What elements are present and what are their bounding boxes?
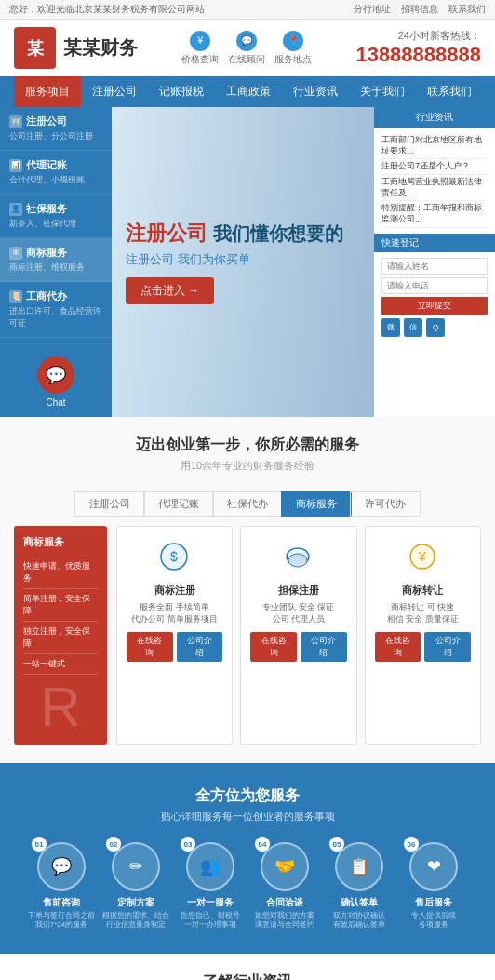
side-panel-news-title: 行业资讯 — [374, 107, 495, 128]
tm-transfer-consult-btn[interactable]: 在线咨询 — [375, 632, 421, 662]
full-service-subtitle: 贴心详细服务每一位创业者的服务事项 — [14, 810, 481, 824]
accounting-icon: 📊 — [9, 159, 22, 172]
qq-icon[interactable]: Q — [426, 318, 445, 337]
header-price-icon[interactable]: ¥ 价格查询 — [181, 31, 219, 66]
tm-register-btns: 在线咨询 公司介绍 — [127, 632, 222, 662]
step-1-desc: 下单与签订合同之前我们7*24的服务 — [28, 911, 95, 931]
trademark-sidebar: 商标服务 快速申请、优质服务 简单注册，安全保障 独立注册，安全保障 一站一键式… — [14, 526, 107, 745]
step-2-desc: 根据您的需求、结合行业信息量身制定 — [102, 911, 169, 931]
top-bar-branch[interactable]: 分行地址 — [354, 4, 391, 14]
sidebar-item-accounting[interactable]: 📊 代理记账 会计代理、小规模账 — [0, 151, 112, 195]
tm-sidebar-item-4[interactable]: 一站一键式 — [23, 654, 98, 675]
top-bar-welcome: 您好，欢迎光临北京某某财务税务有限公司网站 — [9, 4, 205, 14]
tm-guarantee-btns: 在线咨询 公司介绍 — [250, 632, 346, 662]
step-4-circle: 04 🤝 — [261, 842, 309, 891]
news-item-4[interactable]: 特别提醒：工商年报和商标监测公司... — [381, 201, 488, 227]
side-panel: 行业资讯 工商部门对北京地区所有地址要求... 注册公司7还是个人户？ 工商地局… — [374, 107, 495, 417]
step-1-title: 售前咨询 — [43, 896, 80, 909]
tm-sidebar-item-2[interactable]: 简单注册，安全保障 — [23, 589, 98, 622]
step-2: 02 ✏ 定制方案 根据您的需求、结合行业信息量身制定 — [102, 842, 169, 931]
services-intro-subtitle: 用10余年专业的财务服务经验 — [14, 459, 481, 473]
step-4: 04 🤝 合同洽谈 如您对我们的方案满意请与合同签约 — [251, 842, 318, 931]
quick-submit-btn[interactable]: 立即提交 — [381, 297, 488, 315]
chat-section: 💬 Chat — [0, 347, 112, 417]
sidebar-item-register[interactable]: 🏢 注册公司 公司注册、分公司注册 — [0, 107, 112, 151]
nav-services[interactable]: 服务项目 — [14, 76, 81, 107]
tab-bookkeeping[interactable]: 代理记账 — [143, 491, 214, 517]
header-location-icon[interactable]: 📍 服务地点 — [274, 31, 312, 66]
tab-social[interactable]: 社保代办 — [212, 491, 283, 517]
tm-transfer-desc: 商标转让 可 快速相信 安全 质量保证 — [375, 601, 471, 624]
step-2-circle: 02 ✏ — [112, 842, 160, 891]
top-bar-left: 您好，欢迎光临北京某某财务税务有限公司网站 — [9, 3, 212, 16]
nav-about[interactable]: 关于我们 — [349, 76, 416, 107]
tm-guarantee-consult-btn[interactable]: 在线咨询 — [250, 632, 297, 662]
hero-section: 🏢 注册公司 公司注册、分公司注册 📊 代理记账 会计代理、小规模账 👤 社保服… — [0, 107, 495, 417]
tm-guarantee-info-btn[interactable]: 公司介绍 — [301, 632, 347, 662]
quick-name-input[interactable] — [381, 258, 488, 275]
step-3-circle: 03 👥 — [186, 842, 234, 891]
tm-transfer-info-btn[interactable]: 公司介绍 — [424, 632, 471, 662]
tab-permit[interactable]: 许可代办 — [350, 491, 421, 517]
nav-bookkeeping[interactable]: 记账报税 — [148, 76, 215, 107]
svg-point-3 — [288, 554, 307, 567]
header-consult-icon[interactable]: 💬 在线顾问 — [228, 31, 265, 66]
tm-card-guarantee: 担保注册 专业团队 安全 保证公司 代理人员 在线咨询 公司介绍 — [240, 526, 356, 745]
tab-trademark[interactable]: 商标服务 — [281, 491, 352, 517]
step-4-desc: 如您对我们的方案满意请与合同签约 — [255, 911, 314, 931]
weibo-icon[interactable]: 微 — [381, 318, 400, 337]
top-bar-recruit[interactable]: 招聘信息 — [401, 4, 438, 14]
logo-text: 某某财务 — [63, 35, 138, 60]
top-bar-contact[interactable]: 联系我们 — [448, 4, 486, 14]
tm-sidebar-item-3[interactable]: 独立注册，安全保障 — [23, 622, 98, 654]
trademark-sidebar-title: 商标服务 — [23, 535, 98, 549]
trademark-section: 商标服务 快速申请、优质服务 简单注册，安全保障 独立注册，安全保障 一站一键式… — [0, 526, 495, 763]
trademark-cards: $ 商标注册 服务全面 手续简单代办公司 简单服务项目 在线咨询 公司介绍 担保… — [116, 526, 481, 745]
tm-transfer-title: 商标转让 — [375, 584, 471, 597]
tm-card-register: $ 商标注册 服务全面 手续简单代办公司 简单服务项目 在线咨询 公司介绍 — [116, 526, 233, 745]
news-item-2[interactable]: 注册公司7还是个人户？ — [381, 159, 488, 175]
step-5-circle: 05 📋 — [335, 842, 383, 891]
sidebar-item-social[interactable]: 👤 社保服务 新参入、社保代理 — [0, 195, 112, 238]
nav-policy[interactable]: 工商政策 — [215, 76, 282, 107]
side-social-icons: 微 信 Q — [381, 318, 488, 337]
register-icon: 🏢 — [9, 115, 22, 128]
tab-register[interactable]: 注册公司 — [74, 491, 145, 517]
step-2-title: 定制方案 — [117, 896, 154, 909]
hero-btn[interactable]: 点击进入 — [126, 277, 214, 304]
svg-text:$: $ — [170, 549, 178, 564]
tm-sidebar-item-1[interactable]: 快速申请、优质服务 — [23, 557, 98, 589]
header: 某 某某财务 ¥ 价格查询 💬 在线顾问 📍 服务地点 24小时新客热线： 13… — [0, 20, 495, 76]
location-circle: 📍 — [283, 31, 303, 51]
nav-contact[interactable]: 联系我们 — [416, 76, 483, 107]
phone-label: 24小时新客热线： — [355, 29, 481, 43]
service-steps: 01 💬 售前咨询 下单与签订合同之前我们7*24的服务 02 ✏ 定制方案 根… — [14, 842, 481, 931]
news-item-3[interactable]: 工商地局营业执照最新法律责任及... — [381, 175, 488, 201]
services-intro-title: 迈出创业第一步，你所必需的服务 — [14, 436, 481, 455]
tm-transfer-btns: 在线咨询 公司介绍 — [375, 632, 471, 662]
top-bar: 您好，欢迎光临北京某某财务税务有限公司网站 分行地址 招聘信息 联系我们 — [0, 0, 495, 20]
svg-text:¥: ¥ — [418, 549, 426, 564]
full-service-section: 全方位为您服务 贴心详细服务每一位创业者的服务事项 01 💬 售前咨询 下单与签… — [0, 763, 495, 954]
quick-phone-input[interactable] — [381, 277, 488, 294]
hero-content: 注册公司 我们懂你想要的 注册公司 我们为你买单 点击进入 — [112, 107, 374, 417]
sidebar-item-trademark[interactable]: ® 商标服务 商标注册、维权服务 — [0, 238, 112, 282]
header-icons: ¥ 价格查询 💬 在线顾问 📍 服务地点 — [181, 31, 312, 66]
step-1: 01 💬 售前咨询 下单与签订合同之前我们7*24的服务 — [28, 842, 95, 931]
step-3-title: 一对一服务 — [187, 896, 234, 909]
quick-reg-form: 立即提交 微 信 Q — [381, 258, 488, 337]
sidebar-item-permit[interactable]: 📜 工商代办 进出口许可、食品经营许可证 — [0, 282, 112, 338]
nav-register[interactable]: 注册公司 — [81, 76, 148, 107]
tm-register-title: 商标注册 — [127, 584, 222, 597]
tm-register-icon: $ — [154, 536, 195, 578]
step-4-title: 合同洽谈 — [266, 896, 303, 909]
news-item-1[interactable]: 工商部门对北京地区所有地址要求... — [381, 133, 488, 159]
hero-subtitle: 注册公司 我们为你买单 — [126, 251, 360, 268]
tm-register-info-btn[interactable]: 公司介绍 — [177, 632, 223, 662]
price-circle: ¥ — [190, 31, 210, 51]
chat-label: Chat — [9, 397, 102, 408]
tm-register-consult-btn[interactable]: 在线咨询 — [127, 632, 173, 662]
wechat-icon[interactable]: 信 — [404, 318, 422, 337]
chat-button[interactable]: 💬 — [37, 356, 74, 394]
nav-industry[interactable]: 行业资讯 — [282, 76, 349, 107]
